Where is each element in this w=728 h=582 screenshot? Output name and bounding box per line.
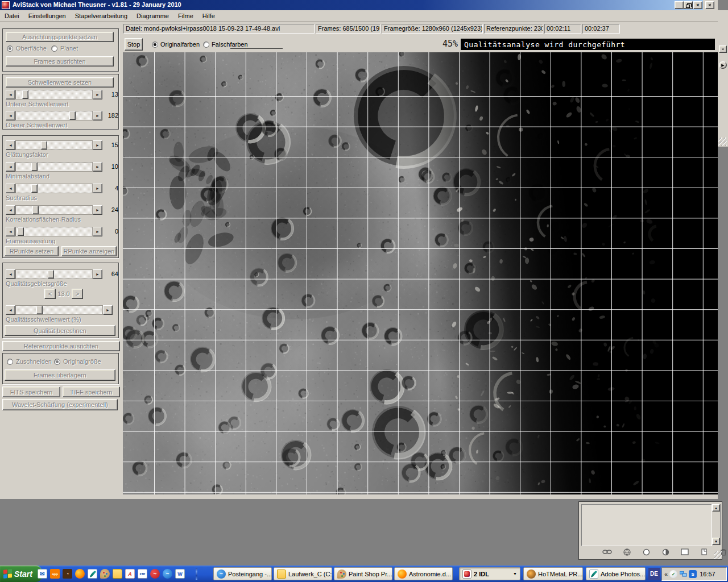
smoothing-slider[interactable] xyxy=(6,140,102,150)
ftp-client-icon[interactable] xyxy=(138,569,147,579)
taskbar-button-astronomie[interactable]: Astronomie.d... xyxy=(394,567,453,580)
slider-left-arrow-icon[interactable] xyxy=(6,305,15,315)
lower-threshold-slider[interactable] xyxy=(6,90,102,99)
menu-stapelverarbeitung[interactable]: Stapelverarbeitung xyxy=(71,11,132,21)
edge-close-icon[interactable]: × xyxy=(719,45,727,53)
slider-right-arrow-icon[interactable] xyxy=(93,162,102,172)
taskbar-button-hotmetal[interactable]: HoTMetaL PR... xyxy=(523,567,583,580)
slider-thumb[interactable] xyxy=(32,206,39,214)
spybot-tray-icon[interactable]: S xyxy=(689,570,697,578)
menu-filme[interactable]: Filme xyxy=(173,11,198,21)
group-dropdown-icon[interactable]: ▼ xyxy=(513,572,517,576)
slider-left-arrow-icon[interactable] xyxy=(6,90,15,99)
planet-radio[interactable] xyxy=(51,45,57,52)
collapse-tray-icon[interactable]: « xyxy=(664,571,668,577)
quality-threshold-slider[interactable] xyxy=(6,305,113,315)
stack-frames-button[interactable]: Frames überlagern xyxy=(5,369,115,381)
slider-left-arrow-icon[interactable] xyxy=(6,162,15,172)
network-tray-icon[interactable] xyxy=(679,570,687,578)
slider-right-arrow-icon[interactable] xyxy=(93,90,102,99)
page-icon[interactable] xyxy=(679,547,690,556)
slider-thumb[interactable] xyxy=(31,163,38,171)
background-window-close-button[interactable]: × xyxy=(705,1,714,9)
link-icon[interactable] xyxy=(602,547,613,556)
start-button[interactable]: Start xyxy=(0,566,42,582)
scroll-down-icon[interactable]: ▼ xyxy=(712,538,720,545)
panel-resize-grip[interactable] xyxy=(714,551,722,559)
quality-area-slider[interactable] xyxy=(6,269,102,279)
word-icon[interactable] xyxy=(175,569,185,579)
language-indicator[interactable]: DE xyxy=(648,568,660,580)
compute-quality-button[interactable]: Qualität berechnen xyxy=(5,325,115,336)
slider-thumb[interactable] xyxy=(22,90,28,99)
slider-right-arrow-icon[interactable] xyxy=(93,140,102,150)
circle-icon[interactable] xyxy=(640,547,652,556)
slider-thumb[interactable] xyxy=(18,227,24,236)
slider-left-arrow-icon[interactable] xyxy=(6,111,15,120)
taskbar-button-photoshop[interactable]: Adobe Photos... xyxy=(586,567,646,580)
wavelet-sharpen-button[interactable]: Wavelet-Schärfung (experimentell) xyxy=(2,399,118,410)
antivirus-tray-icon[interactable]: ✓ xyxy=(669,570,677,578)
spinner-increment-button[interactable]: > xyxy=(72,289,83,299)
slider-right-arrow-icon[interactable] xyxy=(93,227,102,236)
app-launcher-icon[interactable] xyxy=(50,569,60,579)
slider-right-arrow-icon[interactable] xyxy=(93,184,102,193)
globe-icon[interactable] xyxy=(621,547,632,556)
slider-right-arrow-icon[interactable] xyxy=(93,111,102,120)
thunderbird-icon[interactable] xyxy=(163,569,172,579)
firefox-icon[interactable] xyxy=(75,569,85,579)
stop-button[interactable]: Stop xyxy=(125,38,143,51)
slider-thumb[interactable] xyxy=(41,141,47,149)
taskbar-button-posteingang[interactable]: Posteingang -... xyxy=(213,567,272,580)
search-radius-slider[interactable] xyxy=(6,184,102,193)
slider-thumb[interactable] xyxy=(31,184,38,193)
acrobat-reader-icon[interactable] xyxy=(125,569,135,579)
edge-play-icon[interactable]: ▶ xyxy=(719,61,727,69)
taskbar-button-paint-shop[interactable]: Paint Shop Pr... xyxy=(334,567,392,580)
slider-right-arrow-icon[interactable] xyxy=(93,205,102,215)
align-frames-button[interactable]: Frames ausrichten xyxy=(6,56,114,66)
slider-left-arrow-icon[interactable] xyxy=(6,184,15,193)
align-refpoints-button[interactable]: Referenzpunkte ausrichten xyxy=(2,341,120,351)
slider-right-arrow-icon[interactable] xyxy=(103,305,113,315)
menu-diagramme[interactable]: Diagramme xyxy=(132,11,173,21)
slider-thumb[interactable] xyxy=(36,306,43,314)
upper-threshold-slider[interactable] xyxy=(6,111,102,120)
set-rpoints-button[interactable]: RPunkte setzen xyxy=(5,246,59,256)
show-rpoints-button[interactable]: RPunkte anzeigen xyxy=(61,246,117,256)
min-distance-slider[interactable] xyxy=(6,162,102,172)
opera-browser-icon[interactable] xyxy=(63,569,72,579)
surface-radio[interactable] xyxy=(7,45,13,52)
slider-left-arrow-icon[interactable] xyxy=(6,269,15,279)
title-bar[interactable]: AviStack von Michael Theusner - v1.81 - … xyxy=(0,0,703,10)
set-thresholds-button[interactable]: Schwellenwerte setzen xyxy=(6,77,114,88)
false-colors-radio[interactable] xyxy=(203,41,209,48)
save-tiff-button[interactable]: TIFF speichern xyxy=(63,386,120,397)
scroll-up-icon[interactable]: ▲ xyxy=(712,504,720,512)
slider-left-arrow-icon[interactable] xyxy=(6,205,15,215)
set-align-points-button[interactable]: Ausrichtungspunkte setzen xyxy=(6,32,114,42)
frame-expansion-slider[interactable] xyxy=(6,227,102,236)
edge-resize-grip[interactable] xyxy=(718,138,727,146)
menu-hilfe[interactable]: Hilfe xyxy=(198,11,220,21)
slider-thumb[interactable] xyxy=(69,111,76,120)
correlation-radius-slider[interactable] xyxy=(6,205,102,215)
outlook-express-icon[interactable] xyxy=(38,569,47,579)
slider-right-arrow-icon[interactable] xyxy=(93,269,102,279)
photoshop-quill-icon[interactable] xyxy=(88,569,97,579)
minimize-button[interactable]: _ xyxy=(675,1,684,9)
slider-left-arrow-icon[interactable] xyxy=(6,140,15,150)
half-circle-icon[interactable] xyxy=(660,547,671,556)
paint-palette-icon[interactable] xyxy=(100,569,110,579)
original-size-radio[interactable] xyxy=(54,359,60,365)
taskbar-button-laufwerk-c[interactable]: Laufwerk_C (C:) xyxy=(274,567,332,580)
slider-thumb[interactable] xyxy=(48,270,54,278)
folder-icon[interactable] xyxy=(113,569,122,579)
spinner-decrement-button[interactable]: < xyxy=(44,289,56,299)
close-button[interactable]: × xyxy=(693,1,702,9)
taskbar-button-idl-group[interactable]: 2 IDL ▼ xyxy=(459,567,520,580)
slider-left-arrow-icon[interactable] xyxy=(6,227,15,236)
moon-image[interactable] xyxy=(123,52,718,494)
crop-radio[interactable] xyxy=(7,359,13,365)
save-fits-button[interactable]: FITS speichern xyxy=(2,386,60,397)
